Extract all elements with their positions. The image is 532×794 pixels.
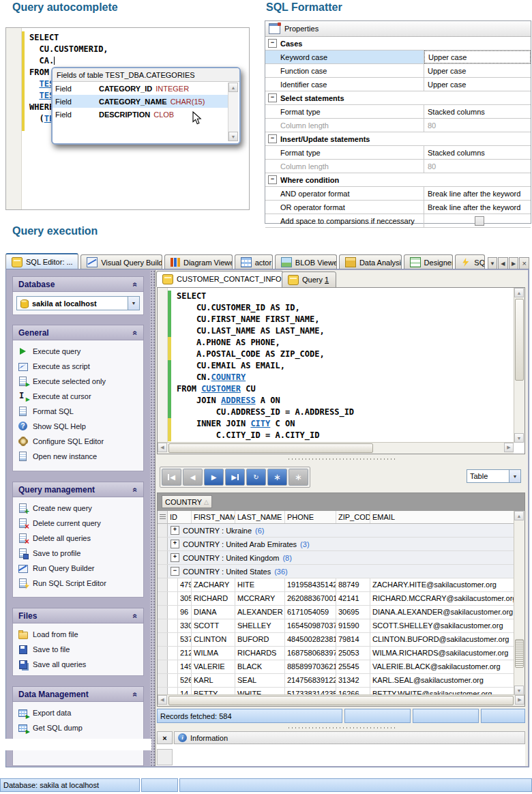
- sidebar-item-open-new-instance[interactable]: Open new instance: [14, 449, 142, 464]
- collapse-icon[interactable]: −: [268, 39, 277, 48]
- properties-toolbar[interactable]: Properties: [265, 21, 531, 37]
- sidebar-item-format-sql[interactable]: Format SQL: [14, 404, 142, 419]
- sidebar-item-execute-query[interactable]: Execute query: [14, 344, 142, 359]
- scroll-thumb[interactable]: [515, 639, 524, 668]
- expand-icon[interactable]: +: [171, 526, 179, 535]
- sidebar-item-run-sql-script-editor[interactable]: Run SQL Script Editor: [14, 576, 142, 591]
- popup-scrollbar[interactable]: ▲ ▼: [228, 83, 238, 141]
- dropdown-arrow-icon[interactable]: ▼: [509, 470, 520, 482]
- collapse-icon[interactable]: −: [268, 175, 277, 184]
- formatter-row[interactable]: Function case Upper case: [265, 64, 531, 78]
- sidebar-item-create-new-query[interactable]: Create new query: [14, 501, 142, 516]
- group-row[interactable]: +COUNTRY : United Arab Emirates(3): [158, 538, 514, 551]
- tab-dropdown-button[interactable]: ▼: [488, 257, 498, 269]
- sidebar-item-configure-sql-editor[interactable]: Configure SQL Editor: [14, 434, 142, 449]
- sidebar-item-execute-selected-only[interactable]: Execute selected only: [14, 374, 142, 389]
- col-header-first-name[interactable]: FIRST_NAME: [192, 511, 235, 523]
- scroll-up-icon[interactable]: ▲: [228, 83, 238, 92]
- scroll-left-icon[interactable]: ◀: [158, 443, 167, 452]
- editor-results-splitter[interactable]: [156, 456, 528, 462]
- sidebar-panel-data-management-header[interactable]: Data Management«: [12, 686, 144, 702]
- scroll-down-icon[interactable]: ▼: [228, 132, 238, 141]
- tab-scroll-left-button[interactable]: ◀: [498, 257, 508, 269]
- sidebar-item-get-sql-dump[interactable]: Get SQL dump: [14, 720, 142, 735]
- table-row[interactable]: 305RICHARDMCCRARY26208836700142141RICHAR…: [158, 592, 514, 606]
- sql-code[interactable]: SELECT CU.CUSTOMER_ID AS ID, CU.FIRST_NA…: [168, 291, 514, 441]
- expand-icon[interactable]: +: [171, 553, 179, 562]
- scroll-down-icon[interactable]: ▼: [514, 433, 524, 443]
- collapse-chevron-icon[interactable]: «: [131, 613, 141, 618]
- group-by-bar[interactable]: COUNTRY △: [158, 493, 524, 511]
- collapse-icon[interactable]: −: [268, 134, 277, 143]
- tab-scroll-right-button[interactable]: ▶: [509, 257, 519, 269]
- sidebar-item-execute-as-script[interactable]: Execute as script: [14, 359, 142, 374]
- tab-actor[interactable]: actor: [235, 254, 273, 269]
- editor-vscrollbar[interactable]: ▲ ▼: [514, 288, 524, 443]
- close-icon[interactable]: ×: [157, 731, 173, 744]
- scroll-left-icon[interactable]: ◀: [158, 695, 167, 705]
- table-row[interactable]: 330SCOTTSHELLEY16545098703791590SCOTT.SH…: [158, 619, 514, 633]
- sql-editor[interactable]: SELECT CU.CUSTOMER_ID AS ID, CU.FIRST_NA…: [157, 287, 525, 454]
- tab-diagram-viewer[interactable]: Diagram Viewer: [164, 254, 233, 269]
- row-selector-header[interactable]: [158, 511, 168, 523]
- col-header-phone[interactable]: PHONE: [285, 511, 336, 523]
- cancel-fetch-button[interactable]: ∗: [289, 469, 308, 486]
- collapse-chevron-icon[interactable]: «: [131, 487, 141, 492]
- table-row[interactable]: 479ZACHARYHITE19195843514288749ZACHARY.H…: [158, 578, 514, 592]
- sidebar-item-export-data[interactable]: Export data: [14, 705, 142, 720]
- collapse-chevron-icon[interactable]: «: [131, 282, 141, 286]
- popup-field-row[interactable]: Field DESCRIPTION CLOB: [53, 108, 229, 121]
- sidebar-item-delete-all-queries[interactable]: Delete all queries: [14, 531, 142, 546]
- table-row[interactable]: 96DIANAALEXANDER617105405930695DIANA.ALE…: [158, 606, 514, 619]
- tab-close-button[interactable]: ×: [519, 257, 529, 269]
- sidebar-item-save-to-file[interactable]: Save to file: [14, 642, 142, 657]
- collapse-icon[interactable]: −: [171, 567, 179, 576]
- scroll-thumb[interactable]: [168, 443, 373, 453]
- view-mode-combo[interactable]: Table ▼: [467, 469, 521, 483]
- col-header-zip-code[interactable]: ZIP_CODE: [336, 511, 370, 523]
- collapse-chevron-icon[interactable]: «: [131, 330, 141, 335]
- grid-vscrollbar[interactable]: ▲ ▼: [514, 511, 524, 695]
- dropdown-arrow-icon[interactable]: ▼: [128, 297, 139, 310]
- formatter-row[interactable]: AND operator format Break line after the…: [265, 187, 531, 201]
- tab-visual-query-builder[interactable]: Visual Query Builder: [80, 254, 162, 269]
- scroll-down-icon[interactable]: ▼: [514, 686, 524, 695]
- database-combo[interactable]: sakila at localhost ▼: [16, 296, 140, 310]
- sidebar-item-save-to-profile[interactable]: Save to profile: [14, 546, 142, 561]
- scroll-up-icon[interactable]: ▲: [514, 288, 524, 297]
- group-row[interactable]: +COUNTRY : Ukraine(6): [158, 524, 514, 538]
- expand-icon[interactable]: +: [171, 540, 179, 548]
- scroll-thumb[interactable]: [515, 299, 524, 381]
- col-header-last-name[interactable]: LAST_NAME: [235, 511, 285, 523]
- first-record-button[interactable]: ◀: [162, 469, 181, 486]
- tab-designer[interactable]: Designer: [404, 254, 454, 269]
- sidebar-panel-files-header[interactable]: Files«: [12, 608, 144, 623]
- sidebar-panel-general-header[interactable]: General«: [12, 325, 144, 340]
- tab-sql-script[interactable]: SQ: [455, 254, 484, 269]
- group-row[interactable]: +COUNTRY : United Kingdom(8): [158, 551, 514, 565]
- scroll-right-icon[interactable]: ▶: [515, 695, 524, 705]
- formatter-row[interactable]: OR operator format Break line after the …: [265, 201, 531, 214]
- fetch-all-button[interactable]: ∗: [267, 469, 287, 486]
- table-row[interactable]: 526KARLSEAL21475683912231342KARL.SEAL@sa…: [158, 674, 514, 688]
- sidebar-item-show-sql-help[interactable]: Show SQL Help: [14, 419, 142, 434]
- col-header-id[interactable]: ID: [168, 511, 192, 523]
- sidebar-item-delete-current-query[interactable]: Delete current query: [14, 516, 142, 531]
- popup-field-row-selected[interactable]: Field CATEGORY_NAME CHAR(15): [53, 95, 229, 108]
- group-row-expanded[interactable]: −COUNTRY : United States(36): [158, 565, 514, 578]
- sidebar-panel-database-header[interactable]: Database«: [12, 276, 144, 292]
- editor-hscrollbar[interactable]: ◀ ▶: [158, 442, 514, 454]
- sidebar-item-execute-at-cursor[interactable]: Execute at cursor: [14, 389, 142, 404]
- prev-record-button[interactable]: ◀: [183, 469, 203, 486]
- tab-blob-viewer[interactable]: BLOB Viewer: [275, 254, 337, 269]
- formatter-row-selected[interactable]: Keyword case Upper case: [265, 50, 531, 64]
- scroll-right-icon[interactable]: ▶: [504, 443, 514, 452]
- checkbox[interactable]: [475, 216, 484, 226]
- scroll-thumb[interactable]: [168, 696, 514, 705]
- next-record-button[interactable]: ▶: [204, 469, 224, 486]
- info-splitter[interactable]: [156, 725, 528, 731]
- collapse-chevron-icon[interactable]: «: [131, 692, 141, 696]
- table-row[interactable]: 212WILMARICHARDS16875806839725053WILMA.R…: [158, 647, 514, 660]
- info-tab[interactable]: i Information: [174, 731, 525, 744]
- formatter-section[interactable]: −Where condition: [265, 173, 531, 187]
